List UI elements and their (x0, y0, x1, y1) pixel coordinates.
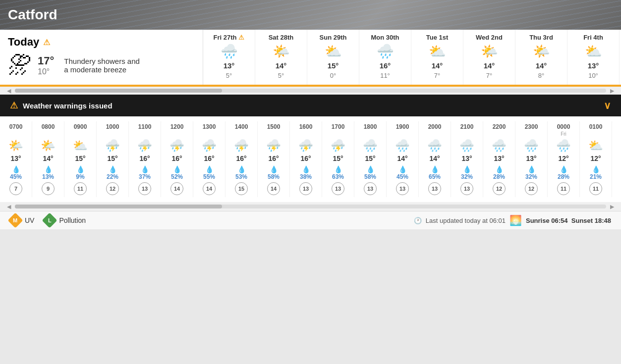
forecast-date: Mon 30th (371, 34, 399, 41)
hour-time: 0800 (42, 123, 55, 130)
footer-right: 🕐 Last updated today at 06:01 🌅 Sunrise … (414, 214, 611, 226)
forecast-low: 11° (380, 72, 390, 79)
hour-icon: ⛅ (588, 139, 603, 153)
forecast-day[interactable]: Wed 2nd 🌤️ 14° 7° (463, 30, 515, 85)
forecast-high: 13° (588, 61, 599, 70)
hour-icon: 🌤️ (41, 139, 56, 153)
hour-icon: 🌧️ (395, 139, 410, 153)
forecast-date: Wed 2nd (476, 34, 503, 41)
wind-speed: 12 (106, 182, 119, 195)
wind-speed: 14 (267, 182, 280, 195)
hour-time: 1100 (138, 123, 152, 130)
hour-temp: 12° (558, 155, 568, 162)
rain-icon: 💧 (173, 165, 181, 173)
hourly-section: 0700 🌤️ 13° 💧 45% 7 0800 🌤️ 14° 💧 13% 9 … (0, 116, 621, 202)
forecast-date: Fri 4th (583, 34, 603, 41)
hour-col: 0100 ⛅ 12° 💧 21% 11 (580, 121, 612, 197)
hour-col: 0800 🌤️ 14° 💧 13% 9 (32, 121, 64, 197)
hour-temp: 13° (10, 155, 21, 162)
today-wrapper: Today ⚠ ⛈ 17° 10° Thundery showers and a… (8, 36, 195, 79)
wind-speed: 14 (203, 182, 216, 195)
hour-icon: ⛈️ (331, 139, 345, 153)
forecast-icon: ⛅ (429, 43, 446, 59)
warning-bar[interactable]: ⚠ Weather warnings issued ∨ (0, 95, 621, 116)
rain-percent: 22% (107, 173, 118, 180)
uv-indicator: M UV (10, 215, 34, 226)
hour-icon: ⛈️ (298, 139, 313, 153)
wind-speed: 13 (138, 182, 151, 195)
forecast-high: 14° (536, 61, 547, 70)
hour-temp: 12° (590, 155, 601, 162)
hour-col: 1300 ⛈️ 16° 💧 55% 14 (193, 121, 226, 197)
pollution-indicator: L Pollution (44, 215, 86, 226)
hour-icon: ⛈️ (169, 139, 184, 153)
hour-col: 2200 🌧️ 13° 💧 28% 12 (483, 121, 515, 197)
forecast-low: 5° (226, 72, 232, 79)
hour-icon: 🌧️ (427, 139, 442, 153)
forecast-day[interactable]: Fri 4th ⛅ 13° 10° (567, 30, 620, 85)
forecast-icon: ⛅ (325, 43, 342, 59)
forecast-high: 14° (432, 61, 443, 70)
rain-percent: 21% (590, 173, 602, 180)
pollution-badge: L (42, 212, 57, 228)
hour-time: 0000 (557, 123, 570, 130)
wind-speed: 14 (170, 182, 183, 195)
top-scrollbar-thumb (15, 89, 222, 93)
hour-icon: 🌧️ (363, 139, 378, 153)
rain-percent: 45% (396, 173, 408, 180)
bottom-scrollbar-track[interactable] (15, 205, 606, 208)
forecast-date: Sat 28th (269, 34, 294, 41)
today-low-temp: 10° (38, 67, 54, 76)
rain-icon: 💧 (527, 165, 536, 173)
hour-icon: 🌧️ (459, 139, 474, 153)
forecast-low: 7° (434, 72, 440, 79)
hour-temp: 14° (397, 155, 407, 162)
rain-icon: 💧 (44, 165, 53, 173)
forecast-icon: 🌤️ (273, 43, 290, 59)
hour-time: 1400 (235, 123, 248, 130)
rain-percent: 63% (332, 173, 344, 180)
forecast-day[interactable]: Sun 29th ⛅ 15° 0° (307, 30, 359, 85)
warning-bar-left: ⚠ Weather warnings issued (10, 100, 113, 111)
forecast-warning-icon: ⚠ (238, 34, 244, 41)
rain-percent: 9% (76, 173, 84, 180)
hour-time: 1800 (364, 123, 377, 130)
today-temps: 17° 10° (38, 54, 54, 76)
warning-bar-chevron[interactable]: ∨ (604, 100, 611, 111)
forecast-day[interactable]: Fri 27th ⚠ 🌧️ 13° 5° (203, 30, 255, 85)
forecast-high: 15° (328, 61, 339, 70)
rain-icon: 💧 (12, 165, 20, 173)
wind-speed: 9 (42, 182, 55, 195)
wind-speed: 15 (235, 182, 248, 195)
rain-icon: 💧 (398, 165, 407, 173)
rain-percent: 58% (364, 173, 376, 180)
forecast-day[interactable]: Sat 28th 🌤️ 14° 5° (255, 30, 307, 85)
hour-time: 1500 (267, 123, 281, 130)
forecast-day[interactable]: Thu 3rd 🌤️ 14° 8° (515, 30, 567, 85)
forecast-date: Fri 27th ⚠ (214, 34, 245, 41)
top-scrollbar-track[interactable] (15, 89, 606, 93)
rain-icon: 💧 (592, 165, 600, 173)
today-weather-icon: ⛈ (8, 52, 32, 79)
hour-temp: 16° (268, 155, 279, 162)
rain-percent: 28% (493, 173, 505, 180)
rain-percent: 38% (300, 173, 312, 180)
forecast-day[interactable]: Mon 30th 🌧️ 16° 11° (359, 30, 411, 85)
forecast-day[interactable]: Tue 1st ⛅ 14° 7° (411, 30, 463, 85)
wind-speed: 7 (9, 182, 22, 195)
forecast-date: Tue 1st (426, 34, 449, 41)
hour-icon: ⛈️ (266, 139, 281, 153)
hour-temp: 15° (365, 155, 375, 162)
hour-icon: 🌧️ (492, 139, 507, 153)
wind-speed: 13 (332, 182, 344, 195)
hour-col: 1600 ⛈️ 16° 💧 38% 13 (290, 121, 322, 197)
last-updated: Last updated today at 06:01 (426, 217, 506, 224)
hour-icon: 🌧️ (524, 139, 539, 153)
hour-temp: 13° (494, 155, 504, 162)
bottom-scrollbar[interactable]: ◀ ▶ (0, 202, 621, 211)
hour-col: 0900 ⛅ 15° 💧 9% 11 (64, 121, 97, 197)
rain-icon: 💧 (270, 165, 278, 173)
today-high-temp: 17° (38, 54, 54, 67)
warning-bar-icon: ⚠ (10, 100, 18, 111)
top-scrollbar[interactable]: ◀ ▶ (0, 87, 621, 95)
